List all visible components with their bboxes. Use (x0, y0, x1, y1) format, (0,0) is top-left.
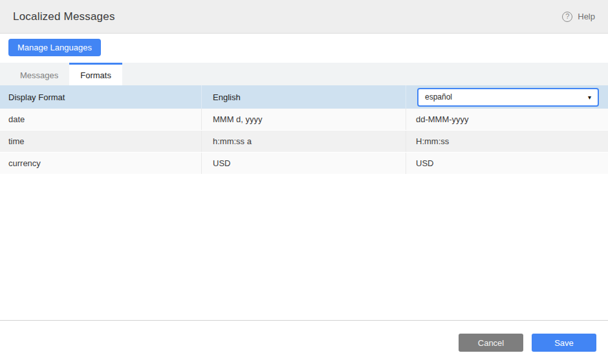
localized-format-cell[interactable]: USD (406, 153, 608, 174)
help-button[interactable]: ? Help (562, 12, 595, 22)
table-row-time: time h:mm:ss a H:mm:ss (0, 131, 608, 153)
manage-languages-button[interactable]: Manage Languages (8, 39, 101, 56)
tab-bar: Messages Formats (0, 63, 608, 85)
english-format-cell: USD (201, 153, 406, 174)
english-format-cell: MMM d, yyyy (201, 109, 406, 130)
formats-table: Display Format English español ▾ date MM… (0, 85, 608, 175)
format-name-cell: currency (0, 153, 201, 174)
save-button[interactable]: Save (532, 334, 596, 352)
localized-format-cell[interactable]: dd-MMM-yyyy (406, 109, 608, 130)
english-format-cell: h:mm:ss a (201, 131, 406, 152)
table-row-currency: currency USD USD (0, 153, 608, 175)
cancel-button[interactable]: Cancel (459, 334, 523, 352)
table-header-row: Display Format English español ▾ (0, 85, 608, 109)
column-header-target-language: español ▾ (406, 85, 608, 109)
app-header-bar: Localized Messages ? Help (0, 0, 608, 34)
tab-messages[interactable]: Messages (9, 63, 69, 85)
help-circle-question-icon: ? (562, 12, 572, 22)
footer-divider (0, 320, 608, 321)
table-row-date: date MMM d, yyyy dd-MMM-yyyy (0, 109, 608, 131)
localized-format-cell[interactable]: H:mm:ss (406, 131, 608, 152)
language-select[interactable]: español ▾ (417, 88, 599, 107)
format-name-cell: date (0, 109, 201, 130)
dropdown-arrow-icon: ▾ (588, 94, 591, 101)
column-header-english: English (201, 85, 406, 109)
tab-formats[interactable]: Formats (69, 63, 122, 85)
column-header-display-format: Display Format (0, 85, 201, 109)
page-title: Localized Messages (13, 10, 115, 23)
format-name-cell: time (0, 131, 201, 152)
footer-buttons: Cancel Save (459, 334, 596, 352)
language-select-value: español (425, 92, 588, 102)
help-label: Help (578, 12, 595, 21)
